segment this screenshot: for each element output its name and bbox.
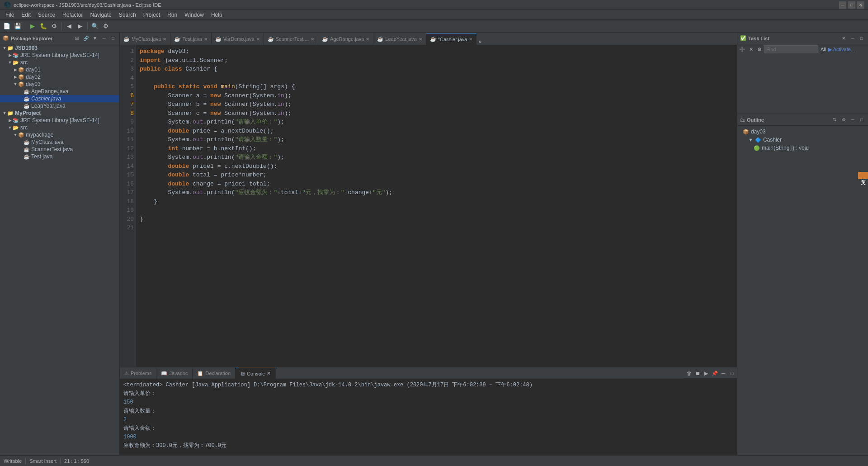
- menu-source[interactable]: Source: [34, 11, 59, 19]
- tree-label: MyClass.java: [31, 139, 63, 145]
- run-button[interactable]: ▶: [28, 21, 38, 31]
- outline-item-main[interactable]: 🟢 main(String[]) : void: [739, 144, 866, 152]
- tab-overflow-menu[interactable]: »: [476, 38, 483, 45]
- save-button[interactable]: 💾: [13, 21, 23, 31]
- run-last-launch-button[interactable]: ▶: [702, 369, 710, 377]
- minimize-outline-button[interactable]: ─: [849, 116, 856, 124]
- close-button[interactable]: ✕: [857, 1, 864, 9]
- tab-scannertest[interactable]: ☕ ScannerTest.... ✕: [264, 33, 318, 45]
- tab-javadoc[interactable]: 📖 Javadoc: [156, 368, 193, 379]
- maximize-panel-button[interactable]: □: [109, 35, 117, 42]
- tree-item-day01[interactable]: ▶ 📦 day01: [0, 66, 119, 73]
- run-last-button[interactable]: ⚙: [49, 21, 59, 31]
- tab-leapyear[interactable]: ☕ LeapYear.java ✕: [373, 33, 426, 45]
- maximize-task-list-button[interactable]: □: [858, 35, 865, 42]
- tab-label: LeapYear.java: [385, 36, 416, 42]
- menu-navigate[interactable]: Navigate: [86, 11, 115, 19]
- minimize-task-list-button[interactable]: ─: [849, 35, 856, 42]
- tree-item-day03[interactable]: ▼ 📦 day03: [0, 81, 119, 88]
- tree-item-agerange[interactable]: ☕ AgeRange.java: [0, 88, 119, 95]
- task-all-button[interactable]: All: [819, 46, 828, 52]
- tab-close-icon[interactable]: ✕: [419, 37, 422, 42]
- tree-item-myproject[interactable]: ▼ 📁 MyProject: [0, 109, 119, 117]
- minimize-button[interactable]: ─: [839, 1, 846, 9]
- console-output: <terminated> Cashier [Java Application] …: [120, 379, 737, 455]
- lib-icon: 📚: [13, 118, 19, 124]
- code-editor[interactable]: 1 2 3 4 5 6 7 8 9 10 11 12 13 14 15 16 1…: [120, 45, 737, 367]
- tree-item-test[interactable]: ☕ Test.java: [0, 153, 119, 160]
- tree-item-src1[interactable]: ▼ 📂 src: [0, 59, 119, 66]
- tab-close-icon[interactable]: ✕: [311, 37, 314, 42]
- arrow-icon: ▶: [13, 75, 18, 79]
- maximize-bottom-button[interactable]: □: [728, 369, 736, 377]
- console-line: 请输入数量：: [123, 407, 733, 416]
- outline-sort-button[interactable]: ⇅: [831, 116, 838, 124]
- menu-help[interactable]: Help: [208, 11, 226, 19]
- outline-item-cashier[interactable]: ▼ 🔷 Cashier: [739, 136, 866, 144]
- close-task-list-button[interactable]: ✕: [840, 35, 847, 42]
- collapse-all-button[interactable]: ⊟: [73, 35, 80, 42]
- task-find-input[interactable]: [764, 45, 818, 53]
- tree-item-jre1[interactable]: ▶ 📚 JRE System Library [JavaSE-14]: [0, 52, 119, 59]
- status-separator: [60, 458, 61, 464]
- tree-item-myclass[interactable]: ☕ MyClass.java: [0, 138, 119, 146]
- settings-button[interactable]: ⚙: [101, 21, 111, 31]
- project-icon: 📁: [7, 110, 14, 116]
- tab-console[interactable]: 🖥 Console ✕: [236, 368, 276, 379]
- delete-task-button[interactable]: ✕: [747, 45, 755, 53]
- tab-close-icon[interactable]: ✕: [256, 37, 260, 42]
- tree-item-jsd1903[interactable]: ▼ 📁 JSD1903: [0, 44, 119, 52]
- tab-close-icon[interactable]: ✕: [204, 37, 208, 42]
- tab-vardemo[interactable]: ☕ VarDemo.java ✕: [212, 33, 264, 45]
- tab-close-icon[interactable]: ✕: [366, 37, 369, 42]
- minimize-panel-button[interactable]: ─: [100, 35, 108, 42]
- new-task-button[interactable]: ➕: [738, 45, 746, 53]
- tab-close-icon[interactable]: ✕: [163, 37, 166, 42]
- clear-console-button[interactable]: 🗑: [685, 369, 693, 377]
- tab-close-icon[interactable]: ✕: [267, 371, 271, 376]
- tab-myclass[interactable]: ☕ MyClass.java ✕: [120, 33, 170, 45]
- back-button[interactable]: ◀: [64, 21, 74, 31]
- tab-declaration[interactable]: 📋 Declaration: [193, 368, 236, 379]
- arrow-icon: ▶: [13, 67, 18, 72]
- tab-test[interactable]: ☕ Test.java ✕: [170, 33, 211, 45]
- tree-item-leapyear[interactable]: ☕ LeapYear.java: [0, 102, 119, 109]
- new-button[interactable]: 📄: [2, 21, 12, 31]
- editor-area: ☕ MyClass.java ✕ ☕ Test.java ✕ ☕ VarDemo…: [120, 33, 737, 455]
- task-settings-button[interactable]: ⚙: [755, 45, 764, 53]
- maximize-button[interactable]: □: [848, 1, 855, 9]
- maximize-outline-button[interactable]: □: [858, 116, 865, 124]
- tree-label: AgeRange.java: [31, 88, 68, 95]
- menu-file[interactable]: File: [2, 11, 18, 19]
- menu-window[interactable]: Window: [181, 11, 208, 19]
- forward-button[interactable]: ▶: [75, 21, 85, 31]
- tab-close-icon[interactable]: ✕: [469, 37, 472, 42]
- tree-item-cashier[interactable]: ☕ Cashier.java: [0, 95, 119, 102]
- search-button[interactable]: 🔍: [90, 21, 100, 31]
- tree-item-scannertest[interactable]: ☕ ScannerTest.java: [0, 146, 119, 153]
- tab-cashier[interactable]: ☕ *Cashier.java ✕: [426, 33, 477, 45]
- link-with-editor-button[interactable]: 🔗: [82, 35, 90, 42]
- outline-item-day03[interactable]: 📦 day03: [739, 128, 866, 136]
- pin-console-button[interactable]: 📌: [711, 369, 719, 377]
- outline-settings-button[interactable]: ⚙: [840, 116, 847, 124]
- menu-search[interactable]: Search: [115, 11, 140, 19]
- package-icon: 📦: [18, 81, 24, 87]
- menu-project[interactable]: Project: [140, 11, 164, 19]
- minimize-bottom-button[interactable]: ─: [719, 369, 727, 377]
- code-text[interactable]: package day03; import java.util.Scanner;…: [136, 45, 737, 367]
- tab-problems[interactable]: ⚠ Problems: [120, 368, 156, 379]
- tree-item-src2[interactable]: ▼ 📂 src: [0, 124, 119, 131]
- tree-item-day02[interactable]: ▶ 📦 day02: [0, 73, 119, 81]
- debug-button[interactable]: 🐛: [38, 21, 48, 31]
- tab-agerange[interactable]: ☕ AgeRange.java ✕: [318, 33, 373, 45]
- menu-refactor[interactable]: Refactor: [59, 11, 86, 19]
- terminate-button[interactable]: ⏹: [693, 369, 702, 377]
- tree-item-mypackage[interactable]: ▼ 📦 mypackage: [0, 131, 119, 138]
- task-activate-button[interactable]: ▶ Activate...: [828, 47, 855, 52]
- view-menu-button[interactable]: ▼: [91, 35, 99, 42]
- menu-run[interactable]: Run: [164, 11, 181, 19]
- side-language-badge[interactable]: 英文: [858, 172, 868, 179]
- tree-item-jre2[interactable]: ▶ 📚 JRE System Library [JavaSE-14]: [0, 117, 119, 124]
- menu-edit[interactable]: Edit: [18, 11, 34, 19]
